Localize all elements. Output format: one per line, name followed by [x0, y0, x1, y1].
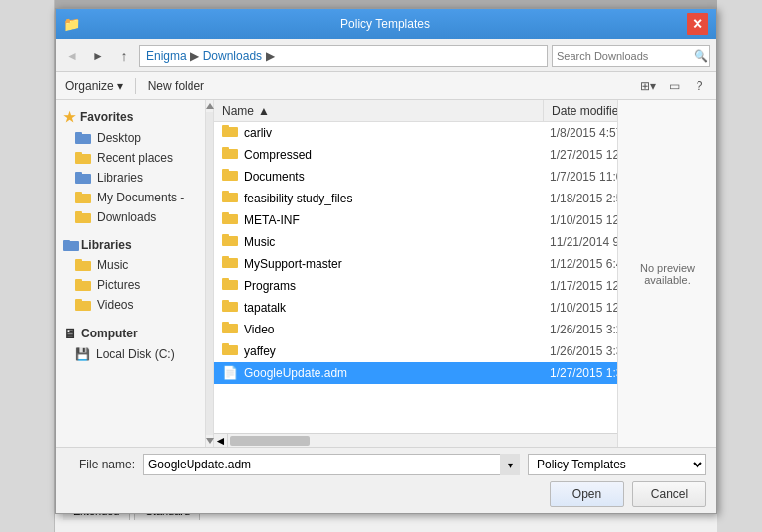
file-item-name-text: Compressed	[244, 148, 312, 162]
no-preview-panel: No previewavailable.	[617, 122, 716, 433]
sidebar-item-mydocs[interactable]: My Documents -	[56, 188, 205, 207]
toolbar: Organize ▾ New folder ⊞▾ ▭ ?	[56, 72, 716, 100]
file-item-name-text: Music	[244, 235, 275, 249]
downloads-icon	[75, 211, 91, 223]
sidebar-item-videos[interactable]: Videos	[56, 295, 205, 315]
filetype-select[interactable]: Policy Templates	[528, 454, 706, 475]
search-icon[interactable]: 🔍	[694, 49, 708, 63]
outer-right-panel	[717, 0, 762, 532]
horizontal-scrollbar[interactable]: ◄ ►	[214, 433, 716, 447]
local-disk-label: Local Disk (C:)	[96, 347, 175, 361]
favorites-section: ★ Favorites Desktop Recent places Librar…	[56, 106, 205, 227]
libraries-section: Libraries Music Pictures Videos	[56, 235, 205, 315]
sidebar-item-pictures[interactable]: Pictures	[56, 275, 205, 295]
folder-icon	[222, 256, 238, 271]
back-button[interactable]: ◄	[62, 45, 83, 66]
folder-icon	[222, 169, 238, 184]
file-item-name: Music	[222, 234, 550, 249]
sidebar-item-music[interactable]: Music	[56, 255, 205, 275]
filename-input[interactable]	[143, 454, 520, 475]
help-button[interactable]: ?	[689, 75, 710, 97]
folder-icon	[222, 125, 238, 140]
folder-icon	[222, 212, 238, 227]
search-input[interactable]	[557, 50, 694, 62]
sidebar: ★ Favorites Desktop Recent places Librar…	[56, 100, 205, 447]
pictures-icon	[75, 279, 91, 291]
mydocs-label: My Documents -	[97, 191, 184, 204]
policy-templates-dialog: 📁 Policy Templates ✕ ◄ ► ↑ Enigma ▶ Down…	[55, 8, 717, 514]
file-item-name-text: tapatalk	[244, 301, 286, 315]
star-icon: ★	[64, 109, 76, 125]
libraries-fav-icon	[75, 172, 91, 184]
breadcrumb-sep-1: ▶	[190, 49, 199, 63]
favorites-header[interactable]: ★ Favorites	[56, 106, 205, 128]
breadcrumb-root[interactable]: Enigma	[146, 49, 187, 63]
libraries-fav-label: Libraries	[97, 171, 143, 185]
computer-header[interactable]: 🖥 Computer	[56, 323, 205, 344]
sidebar-item-recent[interactable]: Recent places	[56, 148, 205, 168]
music-icon	[75, 259, 91, 271]
toolbar-right: ⊞▾ ▭ ?	[637, 75, 710, 97]
up-button[interactable]: ↑	[113, 45, 135, 66]
view-options-button[interactable]: ⊞▾	[637, 75, 659, 97]
filename-input-wrapper: ▾	[143, 454, 520, 475]
computer-icon: 🖥	[64, 326, 77, 341]
new-folder-button[interactable]: New folder	[144, 77, 208, 95]
folder-icon	[222, 300, 238, 315]
nav-bar: ◄ ► ↑ Enigma ▶ Downloads ▶ 🔍	[56, 39, 716, 72]
libraries-header[interactable]: Libraries	[56, 235, 205, 255]
computer-label: Computer	[81, 327, 138, 340]
file-list-area: Name ▲ Date modified carliv1/8/2015 4:57…	[214, 100, 716, 447]
outer-left-panel	[0, 0, 55, 532]
disk-icon: 💾	[75, 347, 90, 361]
file-item-name: Compressed	[222, 147, 550, 162]
file-item-name-text: carliv	[244, 126, 272, 140]
pictures-label: Pictures	[97, 278, 140, 292]
folder-dialog-icon: 📁	[64, 16, 80, 32]
sidebar-item-downloads[interactable]: Downloads	[56, 207, 205, 227]
file-icon: 📄	[222, 365, 238, 380]
file-item-name: feasibility study_files	[222, 191, 550, 205]
dialog-title: Policy Templates	[83, 17, 687, 31]
file-item-name-text: Programs	[244, 279, 296, 293]
dialog-close-button[interactable]: ✕	[687, 13, 708, 35]
file-item-name-text: MySupport-master	[244, 257, 342, 271]
hscroll-left-btn[interactable]: ◄	[214, 434, 228, 448]
preview-pane-button[interactable]: ▭	[663, 75, 685, 97]
libraries-group-label: Libraries	[81, 238, 132, 252]
sidebar-item-desktop[interactable]: Desktop	[56, 128, 205, 148]
file-item-name: MySupport-master	[222, 256, 550, 271]
breadcrumb-sep-2: ▶	[266, 49, 275, 63]
dialog-icon-area: 📁	[64, 16, 83, 32]
downloads-label: Downloads	[97, 210, 156, 224]
file-item-name: yaffey	[222, 343, 550, 358]
breadcrumb-current[interactable]: Downloads	[203, 49, 262, 63]
folder-icon	[222, 278, 238, 293]
cancel-button[interactable]: Cancel	[632, 481, 706, 507]
sidebar-item-libraries-fav[interactable]: Libraries	[56, 168, 205, 188]
main-content: ★ Favorites Desktop Recent places Librar…	[56, 100, 716, 447]
bottom-bar: File name: ▾ Policy Templates Open Cance…	[56, 447, 716, 513]
no-preview-text: No previewavailable.	[640, 262, 695, 286]
hscroll-thumb[interactable]	[230, 436, 310, 446]
file-item-name: 📄GoogleUpdate.adm	[222, 365, 550, 380]
filename-dropdown-button[interactable]: ▾	[500, 454, 520, 475]
file-item-name-text: Video	[244, 323, 274, 336]
filename-row: File name: ▾ Policy Templates	[65, 454, 706, 475]
sidebar-scroll-down[interactable]	[206, 438, 214, 444]
file-item-name: Programs	[222, 278, 550, 293]
sidebar-scroll-track	[206, 112, 213, 435]
breadcrumb-bar: Enigma ▶ Downloads ▶	[139, 45, 548, 66]
sort-icon: ▲	[258, 104, 270, 118]
search-bar: 🔍	[552, 45, 710, 66]
filename-label: File name:	[65, 458, 135, 471]
file-item-name: Video	[222, 322, 550, 336]
forward-button[interactable]: ►	[87, 45, 109, 66]
sidebar-scroll-up[interactable]	[206, 103, 214, 109]
sidebar-item-local-disk[interactable]: 💾 Local Disk (C:)	[56, 344, 205, 364]
open-button[interactable]: Open	[550, 481, 624, 507]
column-name-header[interactable]: Name ▲	[214, 100, 544, 121]
organize-arrow: ▾	[117, 79, 123, 93]
organize-button[interactable]: Organize ▾	[62, 77, 127, 95]
file-item-name-text: GoogleUpdate.adm	[244, 366, 347, 380]
